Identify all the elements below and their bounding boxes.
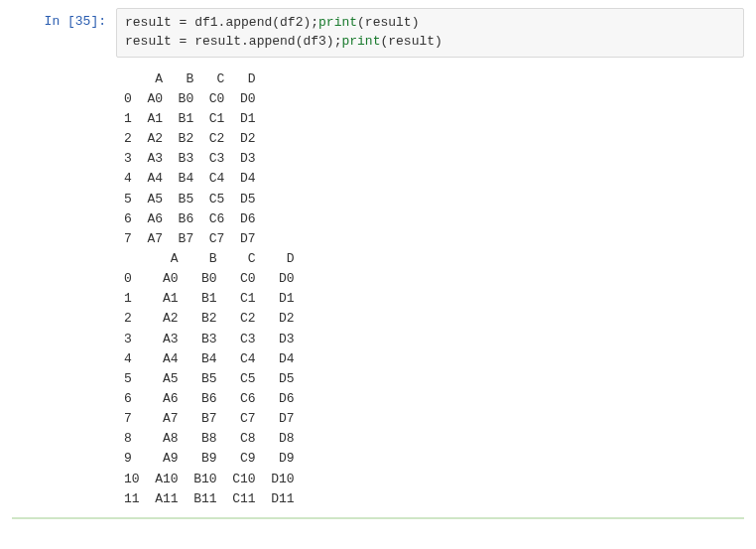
output-area: A B C D 0 A0 B0 C0 D0 1 A1 B1 C1 D1 2 A2… [116, 64, 744, 511]
code-line-1: result = df1.append(df2);print(result) [125, 15, 419, 30]
code-line-2: result = result.append(df3);print(result… [125, 34, 442, 49]
input-cell: In [35]: result = df1.append(df2);print(… [12, 8, 744, 58]
code-input[interactable]: result = df1.append(df2);print(result) r… [116, 8, 744, 58]
input-prompt: In [35]: [12, 8, 116, 29]
cell-bottom-border [12, 517, 744, 519]
